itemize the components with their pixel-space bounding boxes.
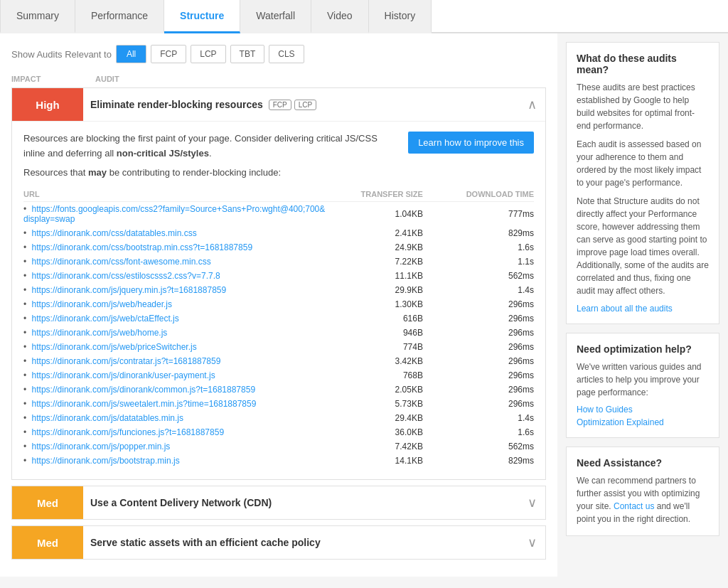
tab-summary[interactable]: Summary: [0, 0, 75, 33]
how-to-guides-link[interactable]: How to Guides: [577, 405, 709, 415]
resource-url-cell: • https://dinorank.com/js/web/priceSwitc…: [23, 340, 326, 354]
filter-label: Show Audits Relevant to: [11, 49, 112, 60]
audit-cdn-header[interactable]: Med Use a Content Delivery Network (CDN)…: [12, 486, 545, 519]
resource-url-link[interactable]: https://dinorank.com/css/bootstrap.min.c…: [32, 242, 253, 252]
resource-table-row: • https://dinorank.com/css/datatables.mi…: [23, 226, 534, 240]
audit-column-headers: IMPACT AUDIT: [11, 75, 546, 83]
resource-size-cell: 5.73KB: [326, 397, 434, 411]
contact-us-link[interactable]: Contact us: [614, 501, 654, 511]
resource-size-cell: 11.1KB: [326, 269, 434, 283]
resource-table-row: • https://dinorank.com/css/estiloscsss2.…: [23, 269, 534, 283]
resource-url-link[interactable]: https://dinorank.com/js/web/ctaEffect.js: [32, 314, 179, 324]
resource-table-row: • https://dinorank.com/js/contratar.js?t…: [23, 354, 534, 368]
tab-waterfall[interactable]: Waterfall: [240, 0, 311, 33]
resource-table-row: • https://dinorank.com/js/dinorank/commo…: [23, 383, 534, 397]
resource-url-cell: • https://dinorank.com/js/bootstrap.min.…: [23, 454, 326, 468]
audit-cache-header[interactable]: Med Serve static assets with an efficien…: [12, 526, 545, 559]
optimization-explained-link[interactable]: Optimization Explained: [577, 417, 709, 427]
resource-url-cell: • https://dinorank.com/js/web/ctaEffect.…: [23, 311, 326, 326]
resource-table-row: • https://dinorank.com/js/web/header.js1…: [23, 297, 534, 311]
filter-cls[interactable]: CLS: [269, 45, 304, 63]
resource-time-cell: 296ms: [434, 311, 534, 326]
filter-lcp[interactable]: LCP: [191, 45, 225, 63]
resource-url-cell: • https://dinorank.com/js/datatables.min…: [23, 411, 326, 425]
filter-bar: Show Audits Relevant to All FCP LCP TBT …: [11, 45, 546, 63]
resource-time-cell: 296ms: [434, 354, 534, 368]
resource-size-cell: 24.9KB: [326, 240, 434, 255]
resource-url-link[interactable]: https://dinorank.com/js/web/priceSwitche…: [32, 342, 197, 352]
resource-size-cell: 7.42KB: [326, 439, 434, 454]
resource-url-cell: • https://dinorank.com/css/font-awesome.…: [23, 255, 326, 269]
resource-table-row: • https://dinorank.com/js/web/home.js946…: [23, 326, 534, 340]
resource-url-link[interactable]: https://dinorank.com/js/web/home.js: [32, 328, 168, 338]
sidebar-card-assistance: Need Assistance? We can recommend partne…: [566, 447, 719, 536]
chevron-down-icon-cdn[interactable]: ∨: [519, 486, 545, 519]
filter-fcp[interactable]: FCP: [151, 45, 186, 63]
resource-table-row: • https://fonts.googleapis.com/css2?fami…: [23, 202, 534, 227]
tag-fcp: FCP: [269, 100, 291, 110]
resource-time-cell: 1.6s: [434, 240, 534, 255]
impact-badge-med-cache: Med: [12, 526, 83, 559]
chevron-down-icon-cache[interactable]: ∨: [519, 526, 545, 559]
tab-video[interactable]: Video: [311, 0, 369, 33]
filter-tbt[interactable]: TBT: [230, 45, 265, 63]
audit-render-blocking-header[interactable]: High Eliminate render-blocking resources…: [12, 88, 545, 121]
audit-description-1: Resources are blocking the first paint o…: [23, 132, 397, 161]
resource-time-cell: 777ms: [434, 202, 534, 227]
resource-table-row: • https://dinorank.com/js/sweetalert.min…: [23, 397, 534, 411]
audit-cdn: Med Use a Content Delivery Network (CDN)…: [11, 486, 546, 520]
resource-url-link[interactable]: https://dinorank.com/js/funciones.js?t=1…: [32, 427, 225, 437]
resource-url-link[interactable]: https://dinorank.com/js/jquery.min.js?t=…: [32, 285, 227, 295]
resource-url-link[interactable]: https://dinorank.com/js/sweetalert.min.j…: [32, 399, 257, 409]
resource-time-cell: 562ms: [434, 269, 534, 283]
resource-table-row: • https://dinorank.com/css/bootstrap.min…: [23, 240, 534, 255]
resource-table-row: • https://dinorank.com/js/funciones.js?t…: [23, 425, 534, 439]
resource-size-cell: 768B: [326, 368, 434, 383]
resource-url-cell: • https://dinorank.com/js/dinorank/commo…: [23, 383, 326, 397]
resource-url-link[interactable]: https://dinorank.com/js/dinorank/common.…: [32, 385, 256, 395]
resource-size-cell: 1.30KB: [326, 297, 434, 311]
col-size: TRANSFER SIZE: [326, 187, 434, 202]
resource-url-link[interactable]: https://dinorank.com/css/font-awesome.mi…: [32, 257, 211, 267]
col-time: DOWNLOAD TIME: [434, 187, 534, 202]
resource-time-cell: 296ms: [434, 368, 534, 383]
resource-url-link[interactable]: https://dinorank.com/js/dinorank/user-pa…: [32, 370, 215, 380]
resource-size-cell: 29.9KB: [326, 283, 434, 297]
filter-all[interactable]: All: [116, 45, 146, 63]
sidebar-card2-title: Need optimization help?: [577, 343, 709, 355]
audit-render-blocking-title: Eliminate render-blocking resources: [90, 99, 263, 110]
resource-url-cell: • https://dinorank.com/css/bootstrap.min…: [23, 240, 326, 255]
resource-url-cell: • https://dinorank.com/css/datatables.mi…: [23, 226, 326, 240]
resource-table-row: • https://dinorank.com/js/web/priceSwitc…: [23, 340, 534, 354]
resource-url-link[interactable]: https://dinorank.com/css/datatables.min.…: [32, 228, 197, 238]
resource-url-link[interactable]: https://dinorank.com/js/popper.min.js: [32, 442, 171, 451]
resource-time-cell: 829ms: [434, 454, 534, 468]
tab-performance[interactable]: Performance: [75, 0, 164, 33]
tab-structure[interactable]: Structure: [164, 0, 240, 33]
sidebar-card-audits-meaning: What do these audits mean? These audits …: [566, 42, 719, 324]
sidebar-card3-title: Need Assistance?: [577, 457, 709, 469]
col-url: URL: [23, 187, 326, 202]
audit-description-2: Resources that may be contributing to re…: [23, 166, 397, 181]
resource-url-link[interactable]: https://fonts.googleapis.com/css2?family…: [23, 204, 325, 224]
audit-cache: Med Serve static assets with an efficien…: [11, 525, 546, 560]
resource-time-cell: 296ms: [434, 326, 534, 340]
resource-size-cell: 2.41KB: [326, 226, 434, 240]
learn-how-button[interactable]: Learn how to improve this: [408, 132, 534, 154]
resource-url-link[interactable]: https://dinorank.com/js/bootstrap.min.js: [32, 456, 180, 466]
resource-size-cell: 774B: [326, 340, 434, 354]
resource-time-cell: 1.6s: [434, 425, 534, 439]
tabs-bar: Summary Performance Structure Waterfall …: [0, 0, 728, 33]
chevron-up-icon[interactable]: ∧: [519, 88, 545, 121]
resource-url-cell: • https://fonts.googleapis.com/css2?fami…: [23, 202, 326, 227]
resource-time-cell: 296ms: [434, 383, 534, 397]
tab-history[interactable]: History: [369, 0, 432, 33]
resource-url-link[interactable]: https://dinorank.com/css/estiloscsss2.cs…: [32, 271, 220, 281]
audit-header: AUDIT: [90, 75, 119, 83]
learn-about-audits-link[interactable]: Learn about all the audits: [577, 304, 673, 314]
resource-url-link[interactable]: https://dinorank.com/js/contratar.js?t=1…: [32, 356, 221, 366]
resource-url-link[interactable]: https://dinorank.com/js/web/header.js: [32, 299, 172, 309]
resource-size-cell: 2.05KB: [326, 383, 434, 397]
resource-url-link[interactable]: https://dinorank.com/js/datatables.min.j…: [32, 413, 183, 423]
resource-size-cell: 7.22KB: [326, 255, 434, 269]
